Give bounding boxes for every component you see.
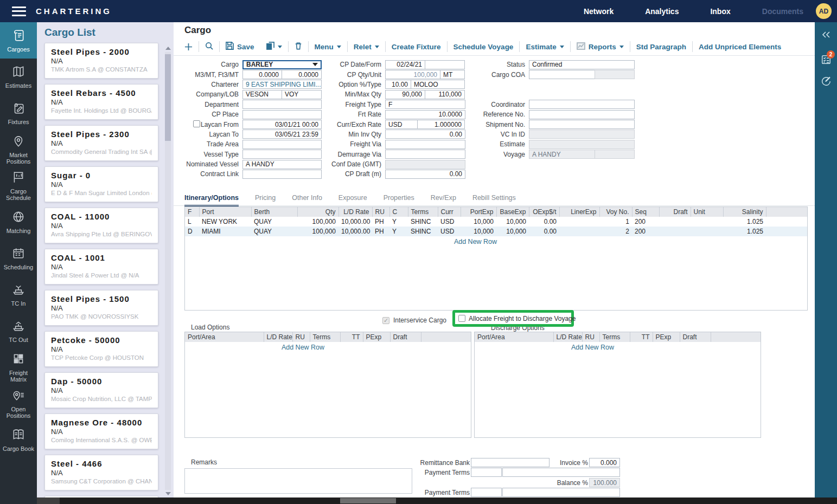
delete-button[interactable] xyxy=(289,42,308,51)
cargo-card[interactable]: Petcoke - 50000 N/A TCP Petcoke Corp @ H… xyxy=(44,331,158,367)
cargo-card[interactable]: Steel Rebars - 4500 N/A Fayette Int. Hol… xyxy=(44,84,158,120)
sidebar-item-tc-out[interactable]: TC Out xyxy=(0,313,37,349)
vessel-type-field[interactable] xyxy=(242,150,322,159)
cp-unit-field[interactable]: MT xyxy=(440,70,465,79)
new-button[interactable] xyxy=(184,43,199,51)
cargo-select[interactable]: BARLEY xyxy=(242,60,322,69)
min-qty-field[interactable]: 90,000 xyxy=(385,90,425,99)
cargo-card[interactable]: Sugar - 0 N/A E D & F Man Sugar Limited … xyxy=(44,166,158,202)
std-paragraph-button[interactable]: Std Paragraph xyxy=(630,43,692,51)
cargo-card[interactable]: Dap - 50000 N/A Mosaic Crop Nutrition, L… xyxy=(44,372,158,408)
sidebar-item-cargo-schedule[interactable]: Cargo Schedule xyxy=(0,167,37,204)
menu-button[interactable]: Menu xyxy=(309,43,347,51)
sidebar-item-cargo-book[interactable]: Cargo Book xyxy=(0,422,37,458)
add-unpriced-elements-button[interactable]: Add Unpriced Elements xyxy=(693,43,787,51)
cargo-coa-field[interactable] xyxy=(529,70,595,79)
payment-terms2-desc-field[interactable] xyxy=(502,488,620,497)
reference-no-field[interactable] xyxy=(529,110,635,119)
currency-field[interactable]: USD xyxy=(385,120,418,129)
charterer-field[interactable]: 9 EAST SHIPPING LIMI... xyxy=(242,80,322,89)
tab-exposure[interactable]: Exposure xyxy=(338,194,367,206)
department-field[interactable] xyxy=(242,100,322,109)
tab-properties[interactable]: Properties xyxy=(384,194,414,206)
hamburger-menu-icon[interactable] xyxy=(12,7,26,16)
lob-field[interactable]: VOY xyxy=(282,90,322,99)
ft3mt-field[interactable]: 0.0000 xyxy=(282,70,322,79)
tab-pricing[interactable]: Pricing xyxy=(255,194,276,206)
cargo-card[interactable]: Steel - 4466 N/A Samsung C&T Corporation… xyxy=(44,455,158,490)
contract-link-field[interactable] xyxy=(242,170,322,179)
load-options-add-new-row[interactable]: Add New Row xyxy=(185,342,421,351)
nav-documents[interactable]: Documents xyxy=(762,7,803,16)
cargo-card[interactable]: COAL - 11000 N/A Avra Shipping Pte Ltd @… xyxy=(44,208,158,243)
shipment-no-field[interactable] xyxy=(529,120,635,129)
copy-button[interactable] xyxy=(260,42,288,51)
demurrage-via-field[interactable] xyxy=(385,150,465,159)
remittance-bank-field[interactable] xyxy=(471,458,550,467)
trade-area-field[interactable] xyxy=(242,140,322,149)
collapse-panel-button[interactable] xyxy=(815,27,837,45)
sidebar-item-market-positions[interactable]: Market Positions xyxy=(0,131,37,167)
nav-analytics[interactable]: Analytics xyxy=(645,7,679,16)
payment-terms-code-field[interactable] xyxy=(471,468,502,477)
status-field[interactable]: Confirmed xyxy=(529,60,635,69)
exch-rate-field[interactable]: 1.000000 xyxy=(417,120,465,129)
remarks-textarea[interactable] xyxy=(184,468,412,494)
cp-qty-field[interactable]: 100,000 xyxy=(385,70,440,79)
coordinator-field[interactable] xyxy=(529,100,635,109)
itinerary-add-new-row[interactable]: Add New Row xyxy=(185,236,766,245)
nav-network[interactable]: Network xyxy=(584,7,614,16)
max-qty-field[interactable]: 110,000 xyxy=(425,90,465,99)
freight-via-field[interactable] xyxy=(385,140,465,149)
itinerary-row-discharge[interactable]: DMIAMIQUAY100,00010,000.00PHYSHINCUSD10,… xyxy=(185,227,807,236)
avatar[interactable]: AD xyxy=(816,3,832,19)
estimate-button[interactable]: Estimate xyxy=(520,43,570,51)
scrollbar-thumb[interactable] xyxy=(165,54,171,141)
cargo-card[interactable]: Steel Pipes - 2000 N/A TMK Artrom S.A @ … xyxy=(44,43,158,79)
cargo-card[interactable]: Steel Pipes - 1500 N/A PAO TMK @ NOVOROS… xyxy=(44,290,158,326)
payment-terms-desc-field[interactable] xyxy=(502,468,620,477)
cargo-card[interactable]: Steel Pipes - 2300 N/A Commodity General… xyxy=(44,125,158,161)
save-button[interactable]: Save xyxy=(220,42,260,51)
laycan-from-field[interactable]: 03/01/21 00:00 xyxy=(242,120,322,129)
option-pct-field[interactable]: 10.00 xyxy=(385,80,411,89)
tab-rebill-settings[interactable]: Rebill Settings xyxy=(472,194,516,206)
sidebar-item-scheduling[interactable]: Scheduling xyxy=(0,240,37,276)
cargo-card[interactable]: COAL - 1001 N/A Jindal Steel & Power Ltd… xyxy=(44,249,158,285)
m3mt-field[interactable]: 0.0000 xyxy=(242,70,282,79)
cp-place-field[interactable] xyxy=(242,110,322,119)
freight-type-field[interactable]: F xyxy=(385,100,465,109)
sidebar-item-estimates[interactable]: Estimates xyxy=(0,59,37,95)
compose-panel-button[interactable] xyxy=(815,73,837,92)
frt-rate-field[interactable]: 10.0000 xyxy=(385,110,465,119)
sidebar-item-fixtures[interactable]: Fixtures xyxy=(0,95,37,131)
nominated-vessel-field[interactable]: A HANDY xyxy=(242,160,322,169)
horizontal-scrollbar[interactable] xyxy=(37,497,837,504)
create-fixture-button[interactable]: Create Fixture xyxy=(386,43,447,51)
relet-button[interactable]: Relet xyxy=(348,43,385,51)
horizontal-scrollbar-thumb[interactable] xyxy=(340,498,396,503)
sidebar-item-open-positions[interactable]: Open Positions xyxy=(0,385,37,422)
itinerary-row-load[interactable]: LNEW YORKQUAY100,00010,000.00PHYSHINCUSD… xyxy=(185,217,807,227)
invoice-pct-field[interactable]: 0.000 xyxy=(589,458,620,467)
sidebar-item-matching[interactable]: Matching xyxy=(0,204,37,240)
tab-other-info[interactable]: Other Info xyxy=(292,194,322,206)
cp-form-field[interactable] xyxy=(425,60,465,69)
reports-button[interactable]: Reports xyxy=(571,42,630,51)
company-field[interactable]: VESON xyxy=(242,90,282,99)
cp-draft-field[interactable]: 0.00 xyxy=(385,170,465,179)
cargo-card[interactable]: Magnese Ore - 48000 N/A Comilog Internat… xyxy=(44,413,158,449)
laycan-to-field[interactable]: 03/05/21 23:59 xyxy=(242,130,322,139)
sidebar-item-cargoes[interactable]: Cargoes xyxy=(0,22,37,59)
scroll-down-arrow-icon[interactable] xyxy=(165,492,171,495)
tab-itinerary-options[interactable]: Itinerary/Options xyxy=(184,194,239,206)
allocate-freight-checkbox[interactable] xyxy=(458,315,465,322)
search-button[interactable] xyxy=(199,42,219,51)
cp-date-field[interactable]: 02/24/21 xyxy=(385,60,425,69)
sidebar-item-freight-matrix[interactable]: Freight Matrix xyxy=(0,349,37,385)
schedule-voyage-button[interactable]: Schedule Voyage xyxy=(448,43,520,51)
tasks-panel-button[interactable]: 2 xyxy=(815,51,837,70)
min-inv-qty-field[interactable]: 0.00 xyxy=(385,130,465,139)
tab-rev-exp[interactable]: Rev/Exp xyxy=(431,194,456,206)
laycan-checkbox[interactable] xyxy=(193,120,200,127)
